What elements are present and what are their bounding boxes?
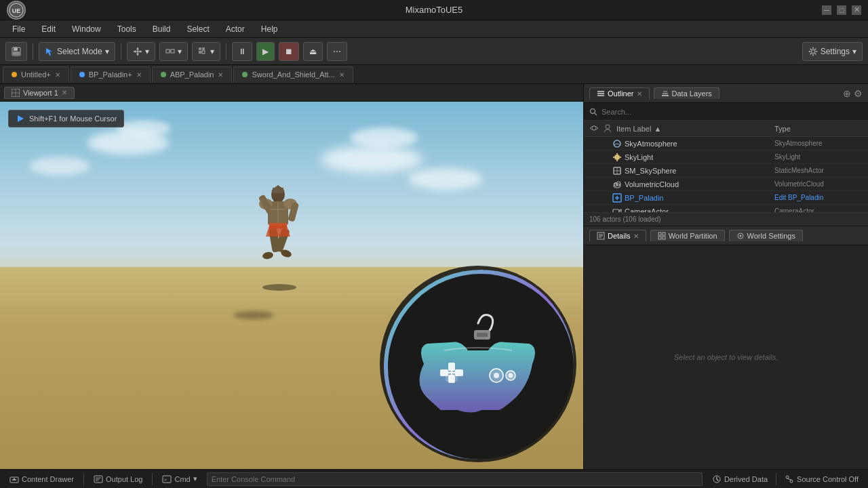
console-input-area[interactable]: [207, 472, 703, 486]
sm-skysphere-type: StaticMeshActor: [774, 167, 863, 174]
maximize-button[interactable]: □: [837, 5, 846, 15]
sort-arrow: ▲: [654, 125, 661, 133]
menu-tools[interactable]: Tools: [111, 23, 143, 35]
menu-build[interactable]: Build: [146, 23, 178, 35]
toolbar: Select Mode ▾ ▾ ▾ ▾: [0, 38, 868, 65]
derived-data-button[interactable]: Derived Data: [708, 473, 772, 485]
outliner-tab[interactable]: Outliner ✕: [589, 87, 650, 99]
snap-button[interactable]: ▾: [159, 42, 188, 61]
visibility-icon: [589, 123, 599, 133]
item-label-header[interactable]: Item Label ▲: [616, 125, 774, 133]
outliner-row-volumetric-cloud[interactable]: VolumetricCloud VolumetricCloud: [584, 178, 868, 191]
console-input-field[interactable]: [212, 475, 698, 483]
title-bar-left: UE: [7, 1, 26, 20]
grid-snap-icon: [198, 47, 208, 56]
tab-abp-paladin[interactable]: ABP_Paladin ✕: [152, 66, 233, 83]
outliner-close[interactable]: ✕: [637, 90, 642, 98]
tab-dot-sword-anim: [242, 72, 248, 77]
row-indent-sky-atmosphere: SkyAtmosphere: [589, 139, 774, 148]
row-indent-sm-skysphere: SM_SkySphere: [589, 166, 774, 176]
details-tab[interactable]: Details ✕: [589, 230, 646, 241]
menu-window[interactable]: Window: [65, 23, 108, 35]
tabs-row: Untitled+ ✕ BP_Paladin+ ✕ ABP_Paladin ✕ …: [0, 65, 868, 84]
grid-snap-chevron: ▾: [210, 47, 214, 56]
output-log-label: Output Log: [106, 475, 142, 483]
viewport-tab[interactable]: Viewport 1 ✕: [4, 87, 75, 99]
derived-data-label: Derived Data: [724, 475, 768, 483]
outliner-row-camera-actor[interactable]: CameraActor CameraActor: [584, 205, 868, 212]
pause-button[interactable]: ⏸: [232, 42, 252, 61]
tab-close-abp-paladin[interactable]: ✕: [218, 71, 223, 79]
tab-sword-anim[interactable]: Sword_And_Shield_Att... ✕: [233, 66, 353, 83]
row-indent-bp-paladin: BP_Paladin: [589, 193, 774, 203]
character-figure: [251, 182, 305, 291]
tab-close-untitled[interactable]: ✕: [55, 71, 60, 79]
svg-point-57: [262, 284, 296, 291]
settings-button[interactable]: Settings ▾: [802, 42, 863, 61]
viewport-canvas[interactable]: Shift+F1 for Mouse Cursor: [0, 102, 583, 469]
svg-rect-16: [202, 47, 205, 50]
menu-actor[interactable]: Actor: [219, 23, 252, 35]
derived-data-icon: [712, 474, 722, 484]
outliner-panel-icons: ⊕ ⚙: [843, 88, 863, 99]
outliner-row-sky-light[interactable]: SkyLight SkyLight: [584, 150, 868, 164]
menu-edit[interactable]: Edit: [35, 23, 62, 35]
output-log-button[interactable]: Output Log: [90, 473, 146, 485]
move-icon: [133, 47, 142, 56]
source-control-button[interactable]: Source Control Off: [781, 473, 863, 485]
select-mode-button[interactable]: Select Mode ▾: [39, 42, 115, 61]
play-button[interactable]: ▶: [256, 42, 275, 61]
svg-point-52: [262, 251, 273, 260]
svg-rect-13: [171, 49, 174, 53]
menu-select[interactable]: Select: [180, 23, 216, 35]
cmd-button[interactable]: >_ Cmd ▾: [158, 473, 201, 485]
outliner-add-icon[interactable]: ⊕: [843, 88, 851, 99]
tab-label-untitled: Untitled+: [21, 70, 51, 79]
sky-atmosphere-icon: [612, 139, 622, 148]
eject-button[interactable]: ⏏: [303, 42, 323, 61]
outliner-columns: Item Label ▲ Type: [584, 121, 868, 137]
world-settings-tab[interactable]: World Settings: [729, 230, 803, 241]
stop-button[interactable]: ⏹: [279, 42, 299, 61]
details-close[interactable]: ✕: [633, 232, 639, 240]
tab-label-abp-paladin: ABP_Paladin: [170, 70, 214, 79]
outliner-search-bar: [584, 103, 868, 121]
world-partition-icon: [658, 232, 666, 240]
tab-close-bp-paladin[interactable]: ✕: [136, 71, 142, 79]
save-button[interactable]: [5, 42, 27, 61]
menu-help[interactable]: Help: [254, 23, 285, 35]
volumetric-cloud-type: VolumetricCloud: [774, 180, 863, 188]
details-icon: [597, 232, 605, 240]
tab-close-sword-anim[interactable]: ✕: [339, 71, 344, 79]
transform-mode-button[interactable]: ▾: [127, 42, 155, 61]
static-mesh-icon: [612, 166, 622, 176]
outliner-row-sky-atmosphere[interactable]: SkyAtmosphere SkyAtmosphere: [584, 137, 868, 150]
actor-count-text: 106 actors (106 loaded): [589, 216, 661, 223]
tab-bp-paladin[interactable]: BP_Paladin+ ✕: [71, 66, 151, 83]
tab-dot-untitled: [12, 72, 17, 77]
world-partition-tab[interactable]: World Partition: [650, 230, 725, 241]
more-options-button[interactable]: ⋯: [327, 42, 347, 61]
grid-snap-button[interactable]: ▾: [192, 42, 220, 61]
outliner-list[interactable]: SkyAtmosphere SkyAtmosphere SkyLight Sky…: [584, 137, 868, 212]
close-button[interactable]: ✕: [852, 5, 861, 15]
minimize-button[interactable]: ─: [822, 5, 831, 15]
svg-rect-15: [199, 47, 201, 50]
content-drawer-button[interactable]: Content Drawer: [5, 473, 78, 485]
menu-file[interactable]: File: [5, 23, 32, 35]
svg-marker-56: [266, 226, 290, 237]
viewport-tab-close[interactable]: ✕: [62, 89, 67, 96]
viewport-area: Viewport 1 ✕: [0, 84, 583, 469]
outliner-search-input[interactable]: [601, 108, 863, 116]
outliner-row-bp-paladin[interactable]: BP_Paladin Edit BP_Paladin: [584, 191, 868, 205]
data-layers-tab[interactable]: Data Layers: [654, 87, 719, 99]
outliner-settings-icon[interactable]: ⚙: [854, 88, 863, 99]
game-controller-overlay: +: [380, 266, 576, 462]
tab-untitled[interactable]: Untitled+ ✕: [3, 66, 69, 83]
svg-rect-110: [663, 232, 665, 235]
svg-rect-75: [597, 95, 604, 96]
svg-point-84: [614, 155, 620, 160]
svg-marker-9: [136, 54, 139, 56]
outliner-row-sm-skysphere[interactable]: SM_SkySphere StaticMeshActor: [584, 164, 868, 178]
snap-chevron: ▾: [178, 47, 182, 56]
